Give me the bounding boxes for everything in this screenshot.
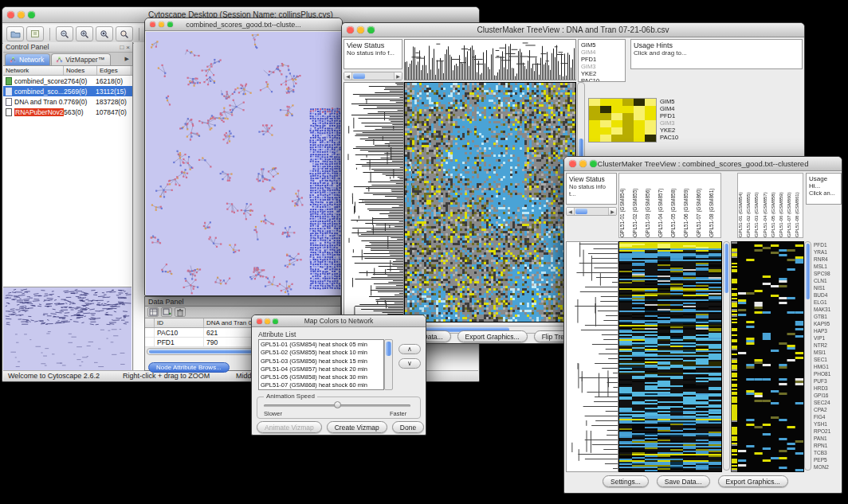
attribute-list-item[interactable]: GPL51-03 (GSM856) heat shock 15 min — [261, 357, 382, 365]
zoom-button[interactable] — [273, 318, 278, 324]
done-button[interactable]: Done — [392, 421, 424, 433]
gene-label[interactable]: YKE2 — [660, 127, 678, 134]
gene-label[interactable]: HMG1 — [814, 363, 842, 370]
scroll-left-icon[interactable]: ◀ — [567, 208, 575, 215]
gene-label[interactable]: PAC10 — [660, 134, 678, 141]
row-dendrogram-canvas[interactable] — [344, 82, 404, 322]
attribute-list-item[interactable]: GPL51-01 (GSM854) heat shock 05 min — [261, 341, 382, 349]
gene-label[interactable]: VIP1 — [814, 334, 842, 342]
treeview-button[interactable]: Export Graphics... — [718, 475, 788, 487]
scroll-track[interactable] — [352, 72, 394, 80]
column-label[interactable]: GPL51-04 (GSM857) — [763, 174, 771, 237]
combined-heatmap-canvas[interactable] — [618, 241, 722, 472]
gene-label[interactable]: SPC98 — [814, 270, 842, 277]
column-label[interactable]: GPL51-08 (GSM861) — [709, 174, 721, 237]
open-session-button[interactable] — [6, 26, 24, 41]
column-label[interactable]: GPL51-07 (GSM860) — [696, 174, 709, 237]
zoom-button[interactable] — [590, 160, 597, 167]
gene-label[interactable]: GIM4 — [660, 105, 678, 112]
gene-label[interactable]: PAN1 — [814, 435, 842, 442]
column-label[interactable]: GPL51-04 (GSM857) — [658, 174, 670, 237]
dna-mini-hscrollbar[interactable]: ◀ ▶ — [344, 72, 402, 80]
gene-label[interactable]: GTB1 — [814, 313, 842, 320]
minimize-button[interactable] — [579, 160, 587, 167]
gene-label[interactable]: GIM3 — [581, 63, 622, 70]
gene-label[interactable]: SEC24 — [814, 399, 842, 406]
treeview-button[interactable]: Save Data... — [657, 475, 710, 487]
gene-label[interactable]: MSI1 — [814, 349, 842, 356]
gene-label[interactable]: PAC10 — [581, 77, 622, 82]
scroll-left-icon[interactable]: ◀ — [344, 72, 352, 80]
gene-label[interactable]: MON2 — [814, 463, 842, 471]
move-down-button[interactable]: ∨ — [398, 358, 421, 369]
scroll-thumb[interactable] — [353, 73, 365, 79]
column-label[interactable]: GPL51-01 (GSM854) — [738, 174, 746, 237]
secondary-vscrollbar[interactable] — [804, 241, 811, 471]
zoom-fit-button[interactable] — [96, 26, 113, 41]
gene-label[interactable]: RPN1 — [814, 442, 842, 449]
control-panel-tab[interactable]: VizMapper™ — [51, 53, 111, 65]
gene-label[interactable]: SEC1 — [814, 356, 842, 363]
gene-label[interactable]: PFD1 — [660, 112, 678, 119]
scroll-right-icon[interactable]: ▶ — [394, 72, 402, 80]
col-nodes[interactable]: Nodes — [64, 66, 97, 75]
control-panel-tab[interactable]: Network — [5, 53, 50, 65]
gene-label[interactable]: PFD1 — [581, 56, 622, 63]
move-up-button[interactable]: ∧ — [398, 344, 421, 354]
gene-label[interactable]: HAP3 — [814, 327, 842, 334]
node-attribute-browser-button[interactable]: Node Attribute Brows... — [148, 362, 230, 373]
speed-slider-thumb[interactable] — [334, 401, 341, 408]
more-tabs-icon[interactable]: ▶ — [124, 56, 131, 62]
col-edges[interactable]: Edges — [97, 66, 132, 75]
col-network[interactable]: Network — [3, 66, 64, 75]
gene-label[interactable]: PUF3 — [814, 377, 842, 385]
gene-label[interactable]: RPO21 — [814, 428, 842, 435]
column-label[interactable]: GPL51-05 (GSM858) — [670, 174, 683, 237]
close-button[interactable] — [347, 26, 354, 33]
gene-label[interactable]: PFD1 — [814, 241, 842, 248]
dna-heatmap-canvas[interactable] — [404, 82, 576, 322]
delete-attribute-button[interactable] — [175, 307, 186, 317]
column-label[interactable]: GPL51-07 (GSM860) — [787, 174, 795, 237]
select-attributes-button[interactable] — [147, 307, 159, 317]
zoom-button[interactable] — [167, 21, 173, 27]
column-label[interactable]: GPL51-02 (GSM855) — [746, 174, 754, 237]
attribute-list-scrollbar[interactable] — [384, 339, 393, 390]
scroll-thumb[interactable] — [386, 342, 391, 356]
float-panel-icon[interactable]: □ — [120, 44, 124, 51]
column-label[interactable]: GPL51-06 (GSM859) — [779, 174, 787, 237]
minimize-button[interactable] — [357, 26, 364, 33]
gene-label[interactable]: YSH1 — [814, 420, 842, 428]
minimize-button[interactable] — [18, 11, 25, 18]
gene-label[interactable]: PHO81 — [814, 370, 842, 377]
gene-label[interactable]: GIM4 — [581, 49, 622, 56]
attribute-list[interactable]: GPL51-01 (GSM854) heat shock 05 minGPL51… — [258, 339, 384, 390]
animate-vizmap-button[interactable]: Animate Vizmap — [257, 421, 322, 433]
close-button[interactable] — [7, 11, 14, 18]
gene-label[interactable]: ELG1 — [814, 299, 842, 306]
column-label[interactable]: GPL51-08 (GSM861) — [795, 174, 803, 237]
scroll-track[interactable] — [575, 208, 608, 215]
create-attribute-button[interactable] — [161, 307, 172, 317]
gene-label[interactable]: GIM5 — [581, 41, 622, 49]
gene-label[interactable]: NIS1 — [814, 284, 842, 291]
create-vizmap-button[interactable]: Create Vizmap — [327, 421, 387, 433]
treeview-combined-titlebar[interactable]: ClusterMaker TreeView : combined_scores_… — [564, 157, 842, 171]
column-label[interactable]: GPL51-03 (GSM856) — [754, 174, 762, 237]
column-label[interactable]: GPL51-06 (GSM859) — [683, 174, 696, 237]
col-id[interactable]: ID — [155, 318, 204, 327]
network-row[interactable]: combined_scores 2764(0) 16218(0) — [3, 76, 132, 86]
zoom-selected-button[interactable] — [116, 26, 133, 41]
gene-label[interactable]: TCB3 — [814, 449, 842, 456]
treeview-button[interactable]: Export Graphics... — [457, 330, 528, 342]
gene-label[interactable]: MSL1 — [814, 263, 842, 270]
zoom-button[interactable] — [28, 11, 35, 18]
attribute-list-item[interactable]: GPL51-02 (GSM855) heat shock 10 min — [261, 349, 382, 357]
close-button[interactable] — [569, 160, 576, 167]
treeview-button[interactable]: Settings... — [603, 475, 649, 487]
minimize-button[interactable] — [265, 318, 270, 324]
gene-label[interactable]: FIG4 — [814, 413, 842, 420]
gene-label[interactable]: HRD3 — [814, 385, 842, 392]
network-view-titlebar[interactable]: combined_scores_good.txt--cluste... — [145, 18, 342, 31]
import-network-button[interactable] — [26, 26, 44, 41]
